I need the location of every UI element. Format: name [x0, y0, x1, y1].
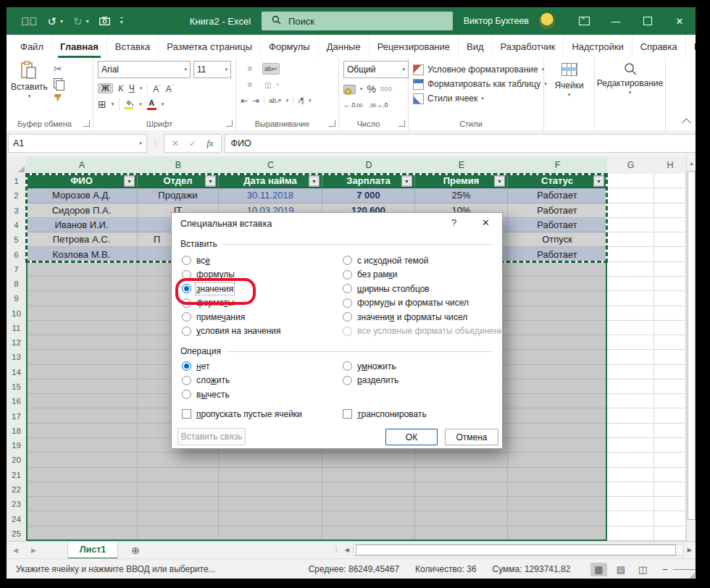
cell-B2[interactable]: Продажи — [138, 188, 219, 203]
cell-B23[interactable] — [138, 497, 219, 511]
radio-icon[interactable] — [343, 256, 352, 265]
filter-dropdown-icon[interactable]: ▼ — [309, 175, 320, 186]
save-icon[interactable]: 🖫︎⃞ — [21, 16, 38, 27]
row-header-3[interactable]: 3 — [7, 203, 27, 219]
close-button[interactable]: ✕ — [664, 7, 696, 35]
merge-center-icon[interactable]: ◫ — [262, 79, 273, 91]
cell-H15[interactable] — [654, 379, 686, 394]
cell-A2[interactable]: Морозов А.Д. — [26, 188, 138, 203]
align-middle-icon[interactable] — [248, 67, 252, 71]
cell-F22[interactable] — [508, 482, 607, 497]
column-header-G[interactable]: G — [607, 156, 655, 175]
cell-C21[interactable] — [219, 468, 322, 482]
cell-G16[interactable] — [607, 394, 654, 408]
cell-H10[interactable] — [654, 306, 686, 321]
page-break-view-icon[interactable]: ◫ — [635, 563, 651, 576]
column-header-E[interactable]: E — [415, 156, 509, 175]
cell-F15[interactable] — [508, 379, 607, 394]
row-header-2[interactable]: 2 — [7, 188, 27, 203]
cell-G1[interactable] — [607, 174, 654, 188]
user-name[interactable]: Виктор Бухтеев — [464, 16, 529, 26]
cell-A24[interactable] — [26, 511, 138, 526]
name-box[interactable]: A1▾ — [8, 134, 147, 153]
cell-F3[interactable]: Работает — [508, 203, 607, 218]
cell-H7[interactable] — [654, 262, 686, 277]
status-sum[interactable]: Сумма: 1293741,82 — [493, 564, 571, 574]
select-all-corner[interactable] — [7, 156, 27, 175]
cell-H22[interactable] — [654, 482, 686, 497]
cell-A21[interactable] — [26, 468, 138, 482]
vertical-scroll-thumb[interactable] — [688, 171, 696, 520]
cell-F18[interactable] — [508, 424, 607, 438]
cell-A16[interactable] — [26, 394, 138, 408]
cell-A19[interactable] — [26, 438, 138, 453]
cell-E2[interactable]: 25% — [415, 188, 508, 203]
cell-G23[interactable] — [607, 497, 654, 511]
cancel-entry-icon[interactable]: ✕ — [172, 138, 179, 148]
cell-H1[interactable] — [654, 174, 686, 188]
row-header-13[interactable]: 13 — [7, 350, 27, 365]
row-header-24[interactable]: 24 — [7, 511, 27, 526]
cell-F4[interactable]: Работает — [508, 218, 607, 232]
cell-F25[interactable] — [508, 526, 607, 541]
row-header-12[interactable]: 12 — [7, 335, 27, 350]
scrollbar-grip-icon[interactable]: ⁞ — [332, 545, 341, 554]
cell-C25[interactable] — [219, 526, 322, 541]
row-header-22[interactable]: 22 — [7, 482, 27, 497]
cell-F20[interactable] — [508, 453, 607, 467]
cell-H8[interactable] — [654, 277, 686, 291]
cell-E22[interactable] — [415, 482, 508, 497]
cell-G10[interactable] — [607, 306, 654, 321]
cell-H25[interactable] — [654, 526, 686, 541]
font-color-icon[interactable]: А — [147, 99, 156, 110]
scroll-left-icon[interactable]: ◀ — [341, 547, 353, 553]
tab-разметка-страницы[interactable]: Разметка страницы — [159, 35, 261, 58]
paste-radio-без-рамки[interactable]: без рамки — [343, 270, 509, 280]
cell-G15[interactable] — [607, 379, 654, 394]
cell-F8[interactable] — [508, 277, 607, 291]
page-layout-view-icon[interactable]: ▤ — [613, 563, 629, 576]
camera-icon[interactable] — [99, 16, 110, 27]
cell-H11[interactable] — [654, 321, 686, 335]
tab-главная[interactable]: Главная — [52, 35, 107, 58]
radio-icon[interactable] — [343, 284, 352, 293]
cell-F2[interactable]: Работает — [508, 188, 607, 203]
cell-E25[interactable] — [415, 526, 508, 541]
underline-button[interactable]: Ч — [129, 84, 135, 93]
vertical-scrollbar[interactable]: ▲ — [686, 156, 696, 541]
cell-H2[interactable] — [654, 188, 686, 203]
scroll-up-icon[interactable]: ▲ — [687, 156, 696, 169]
redo-icon[interactable]: ↻ — [73, 16, 83, 27]
row-header-23[interactable]: 23 — [7, 497, 27, 512]
row-header-1[interactable]: 1 — [7, 174, 27, 189]
increase-indent-icon[interactable]: ⇥ — [252, 96, 259, 105]
cell-H12[interactable] — [654, 335, 686, 350]
cell-A15[interactable] — [26, 379, 138, 394]
cell-H3[interactable] — [654, 203, 686, 218]
minimize-button[interactable]: — — [600, 7, 632, 35]
confirm-entry-icon[interactable]: ✓ — [189, 138, 196, 148]
cell-G3[interactable] — [607, 203, 654, 218]
cell-A22[interactable] — [26, 482, 138, 497]
paste-radio-формулы[interactable]: формулы — [182, 270, 281, 280]
operation-radio-сложить[interactable]: сложить — [182, 376, 230, 385]
new-sheet-icon[interactable]: ⊕ — [131, 545, 140, 556]
paste-radio-условия-на-значения[interactable]: условия на значения — [182, 327, 281, 336]
horizontal-scrollbar[interactable]: ⁞ ◀ ▶ — [332, 541, 696, 558]
cell-D1[interactable]: Зарплата▼ — [322, 174, 415, 188]
decrease-font-icon[interactable]: Аˇ — [166, 84, 173, 93]
cell-F24[interactable] — [508, 511, 607, 526]
cell-H21[interactable] — [654, 468, 686, 482]
font-size-combo[interactable]: 11▾ — [193, 61, 231, 78]
paste-radio-ширины-столбцов[interactable]: ширины столбцов — [343, 284, 509, 293]
clipboard-dialog-launcher-icon[interactable] — [83, 120, 90, 127]
sheet-tab[interactable]: Лист1 — [67, 542, 118, 559]
cell-D22[interactable] — [322, 482, 415, 497]
align-center-icon[interactable] — [248, 83, 252, 87]
row-header-11[interactable]: 11 — [7, 321, 27, 336]
cell-G7[interactable] — [607, 262, 654, 277]
radio-icon[interactable] — [343, 270, 352, 280]
cell-A6[interactable]: Козлова М.В. — [26, 247, 138, 261]
radio-icon[interactable] — [182, 327, 191, 336]
tab-рецензирование[interactable]: Рецензирование — [369, 35, 459, 58]
